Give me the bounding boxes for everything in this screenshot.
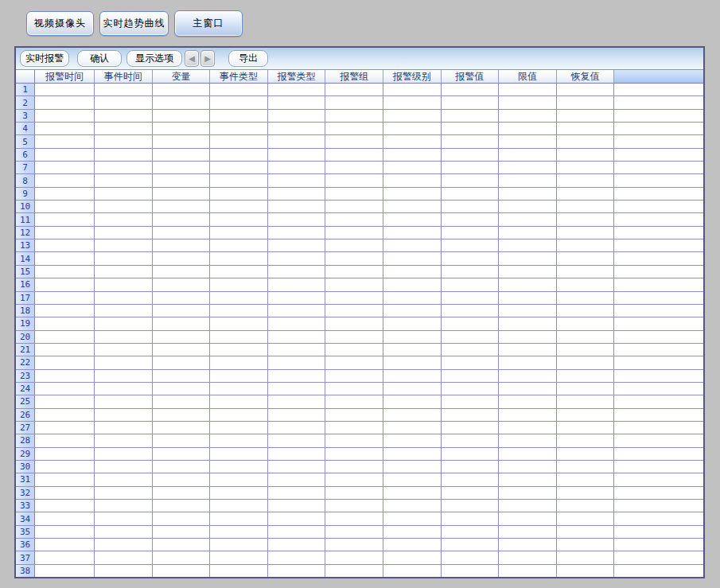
table-cell[interactable] — [268, 395, 326, 407]
table-cell[interactable] — [557, 317, 615, 329]
table-cell[interactable] — [383, 110, 442, 122]
table-row[interactable]: 38 — [16, 565, 703, 577]
table-cell[interactable] — [35, 135, 95, 147]
table-cell[interactable] — [499, 292, 557, 304]
table-cell[interactable] — [557, 565, 615, 577]
table-cell[interactable] — [442, 512, 500, 524]
table-cell[interactable] — [210, 227, 268, 239]
table-cell[interactable] — [383, 174, 442, 186]
table-cell[interactable] — [442, 539, 500, 551]
table-row[interactable]: 11 — [16, 213, 703, 226]
table-cell[interactable] — [268, 84, 326, 95]
table-cell[interactable] — [268, 227, 326, 239]
table-cell[interactable] — [499, 317, 557, 329]
table-cell[interactable] — [35, 201, 95, 212]
table-cell[interactable] — [442, 500, 500, 512]
table-cell[interactable] — [95, 278, 153, 290]
table-cell[interactable] — [95, 227, 153, 239]
table-cell[interactable] — [499, 188, 557, 200]
table-cell[interactable] — [557, 331, 615, 343]
table-cell[interactable] — [95, 551, 153, 563]
table-cell[interactable] — [325, 539, 383, 551]
table-cell[interactable] — [499, 434, 557, 446]
realtime-alarm-button[interactable]: 实时报警 — [20, 50, 69, 67]
table-cell[interactable] — [210, 252, 268, 264]
table-cell[interactable] — [499, 422, 557, 434]
table-cell[interactable] — [95, 344, 153, 356]
table-cell[interactable] — [35, 213, 95, 225]
table-row[interactable]: 28 — [16, 434, 703, 447]
table-cell[interactable] — [95, 565, 153, 577]
table-row[interactable]: 4 — [16, 123, 703, 135]
table-cell[interactable] — [210, 278, 268, 290]
table-cell[interactable] — [557, 473, 615, 485]
table-cell[interactable] — [210, 487, 268, 499]
next-page-button[interactable]: ▶ — [200, 50, 215, 67]
table-cell[interactable] — [95, 473, 153, 485]
table-cell[interactable] — [210, 188, 268, 200]
table-cell[interactable] — [557, 344, 615, 356]
table-cell[interactable] — [210, 370, 268, 382]
table-cell[interactable] — [153, 123, 211, 134]
table-cell[interactable] — [325, 252, 383, 264]
table-cell[interactable] — [499, 201, 557, 212]
table-cell[interactable] — [499, 149, 557, 161]
table-cell[interactable] — [325, 356, 383, 368]
table-cell[interactable] — [95, 213, 153, 225]
table-cell[interactable] — [95, 487, 153, 499]
table-cell[interactable] — [442, 317, 500, 329]
table-cell[interactable] — [35, 512, 95, 524]
table-cell[interactable] — [557, 383, 615, 395]
table-cell[interactable] — [383, 461, 442, 473]
table-cell[interactable] — [95, 239, 153, 251]
table-cell[interactable] — [325, 96, 383, 108]
table-cell[interactable] — [210, 201, 268, 212]
table-cell[interactable] — [383, 344, 442, 356]
table-cell[interactable] — [557, 239, 615, 251]
table-cell[interactable] — [442, 292, 500, 304]
table-cell[interactable] — [557, 96, 615, 108]
table-cell[interactable] — [383, 448, 442, 460]
table-cell[interactable] — [153, 512, 211, 524]
table-cell[interactable] — [325, 84, 383, 95]
table-cell[interactable] — [95, 252, 153, 264]
table-cell[interactable] — [557, 123, 615, 134]
table-row[interactable]: 37 — [16, 551, 703, 564]
table-cell[interactable] — [35, 500, 95, 512]
table-cell[interactable] — [442, 356, 500, 368]
table-cell[interactable] — [268, 135, 326, 147]
table-row[interactable]: 9 — [16, 188, 703, 201]
table-cell[interactable] — [95, 331, 153, 343]
table-cell[interactable] — [153, 96, 211, 108]
table-cell[interactable] — [35, 149, 95, 161]
table-cell[interactable] — [35, 292, 95, 304]
table-row[interactable]: 35 — [16, 526, 703, 539]
table-cell[interactable] — [383, 409, 442, 421]
table-cell[interactable] — [35, 174, 95, 186]
table-cell[interactable] — [153, 331, 211, 343]
table-row[interactable]: 1 — [16, 84, 703, 96]
table-cell[interactable] — [499, 526, 557, 538]
table-cell[interactable] — [210, 356, 268, 368]
table-cell[interactable] — [210, 434, 268, 446]
table-cell[interactable] — [268, 539, 326, 551]
table-cell[interactable] — [153, 383, 211, 395]
table-cell[interactable] — [442, 461, 500, 473]
table-cell[interactable] — [153, 201, 211, 212]
table-cell[interactable] — [268, 213, 326, 225]
table-cell[interactable] — [442, 344, 500, 356]
table-cell[interactable] — [153, 317, 211, 329]
table-cell[interactable] — [499, 266, 557, 278]
table-cell[interactable] — [35, 123, 95, 134]
table-cell[interactable] — [325, 227, 383, 239]
table-cell[interactable] — [153, 526, 211, 538]
table-cell[interactable] — [95, 162, 153, 173]
table-cell[interactable] — [442, 551, 500, 563]
table-cell[interactable] — [210, 500, 268, 512]
table-row[interactable]: 2 — [16, 96, 703, 109]
table-cell[interactable] — [210, 331, 268, 343]
table-cell[interactable] — [268, 201, 326, 212]
table-cell[interactable] — [499, 500, 557, 512]
table-row[interactable]: 26 — [16, 409, 703, 422]
table-cell[interactable] — [557, 266, 615, 278]
